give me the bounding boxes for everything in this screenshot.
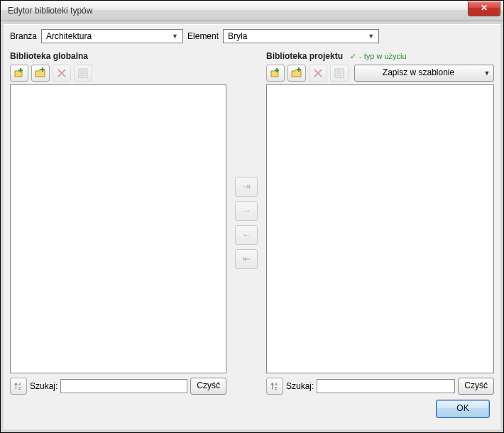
- branza-label: Branża: [10, 31, 37, 41]
- element-label: Element: [187, 31, 219, 41]
- in-use-legend: ✓ - typ w użyciu: [350, 52, 407, 61]
- check-icon: ✓: [350, 52, 356, 61]
- svg-text:A: A: [18, 382, 21, 386]
- new-type-icon: [13, 67, 25, 79]
- list-project[interactable]: [266, 84, 494, 373]
- window: Edytor biblioteki typów ✕ Branża Archite…: [0, 0, 504, 433]
- footer: OK: [10, 395, 494, 423]
- chevron-down-icon: ▼: [169, 33, 181, 40]
- properties-button[interactable]: [74, 65, 92, 82]
- clear-button[interactable]: Czyść: [190, 378, 226, 395]
- search-label: Szukaj:: [30, 381, 57, 391]
- delete-button[interactable]: [309, 65, 327, 82]
- panel-global: Biblioteka globalna: [10, 50, 226, 395]
- panel-global-title: Biblioteka globalna: [10, 51, 88, 61]
- clear-button[interactable]: Czyść: [458, 378, 494, 395]
- sort-icon: AZ: [270, 381, 280, 391]
- close-icon: ✕: [481, 3, 488, 13]
- save-template-button[interactable]: Zapisz w szablonie: [354, 65, 483, 82]
- svg-rect-4: [40, 69, 45, 70]
- search-input[interactable]: [60, 379, 187, 393]
- new-folder-button[interactable]: [287, 65, 306, 82]
- element-select[interactable]: Bryła ▼: [223, 29, 379, 43]
- new-folder-button[interactable]: [31, 65, 50, 82]
- branza-select[interactable]: Architektura ▼: [41, 29, 183, 43]
- properties-icon: [334, 67, 345, 79]
- new-type-icon: [270, 67, 281, 79]
- close-button[interactable]: ✕: [468, 1, 500, 16]
- move-right-all-button[interactable]: ⇥: [235, 177, 258, 197]
- toolbar-global: [10, 65, 226, 82]
- delete-button[interactable]: [53, 65, 71, 82]
- search-row-project: AZ Szukaj: Czyść: [266, 378, 494, 395]
- window-title: Edytor biblioteki typów: [8, 6, 468, 16]
- save-template-wrap: Zapisz w szablonie ▼: [351, 65, 494, 82]
- chevron-down-icon: ▼: [365, 33, 377, 40]
- move-left-button[interactable]: ←: [235, 225, 258, 245]
- delete-icon: [312, 67, 324, 79]
- element-value: Bryła: [228, 31, 247, 41]
- svg-rect-10: [275, 70, 279, 71]
- search-label: Szukaj:: [286, 381, 314, 391]
- panel-project-title: Biblioteka projektu: [266, 51, 343, 61]
- search-input[interactable]: [317, 379, 455, 393]
- in-use-text: - typ w użyciu: [359, 52, 407, 60]
- move-left-all-button[interactable]: ⇤: [235, 249, 258, 269]
- folder-plus-icon: [35, 67, 46, 79]
- toolbar-project: Zapisz w szablonie ▼: [266, 65, 494, 82]
- transfer-column: ⇥ → ← ⇤: [226, 50, 266, 395]
- svg-rect-12: [297, 69, 301, 70]
- list-global[interactable]: [10, 84, 226, 373]
- double-arrow-right-icon: ⇥: [243, 181, 251, 192]
- panel-project-header: Biblioteka projektu ✓ - typ w użyciu: [266, 50, 494, 62]
- ok-button[interactable]: OK: [436, 400, 490, 418]
- properties-button[interactable]: [330, 65, 349, 82]
- save-template-dropdown[interactable]: ▼: [481, 65, 494, 82]
- panel-global-header: Biblioteka globalna: [10, 50, 226, 62]
- folder-plus-icon: [291, 67, 302, 79]
- branza-value: Architektura: [46, 31, 92, 41]
- arrow-left-icon: ←: [242, 229, 251, 240]
- workarea: Branża Architektura ▼ Element Bryła ▼ Bi…: [4, 24, 500, 429]
- panels: Biblioteka globalna: [10, 50, 494, 395]
- sort-button[interactable]: AZ: [266, 378, 283, 395]
- chevron-down-icon: ▼: [484, 70, 491, 77]
- move-right-button[interactable]: →: [235, 201, 258, 221]
- titlebar: Edytor biblioteki typów ✕: [1, 1, 503, 21]
- panel-project: Biblioteka projektu ✓ - typ w użyciu: [266, 50, 494, 395]
- svg-rect-2: [18, 70, 23, 71]
- svg-text:Z: Z: [275, 386, 278, 390]
- sort-icon: AZ: [13, 381, 23, 391]
- arrow-right-icon: →: [242, 205, 251, 216]
- sort-button[interactable]: AZ: [10, 378, 27, 395]
- properties-icon: [77, 67, 89, 79]
- svg-text:Z: Z: [18, 386, 21, 390]
- new-type-button[interactable]: [266, 65, 285, 82]
- delete-icon: [56, 67, 67, 79]
- svg-text:A: A: [275, 382, 278, 386]
- combo-row: Branża Architektura ▼ Element Bryła ▼: [10, 29, 494, 43]
- search-row-global: AZ Szukaj: Czyść: [10, 378, 226, 395]
- double-arrow-left-icon: ⇤: [243, 253, 251, 264]
- new-type-button[interactable]: [10, 65, 28, 82]
